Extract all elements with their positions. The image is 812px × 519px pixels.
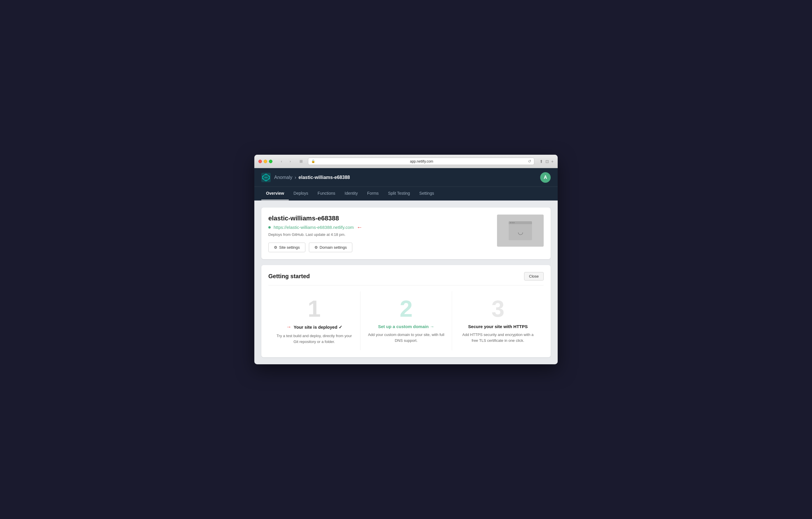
step-2: 2 Set up a custom domain → Add your cust… <box>360 291 452 350</box>
step-2-desc: Add your custom domain to your site, wit… <box>368 332 445 343</box>
traffic-lights <box>258 160 272 163</box>
netlify-logo-icon <box>261 173 271 182</box>
share-button[interactable]: ⬆ <box>540 159 543 164</box>
step-3-title: Secure your site with HTTPS <box>468 324 528 329</box>
app-container: Anomaly › elastic-williams-e68388 A Over… <box>254 168 558 364</box>
step-1-desc: Try a test build and deploy, directly fr… <box>276 333 353 345</box>
lock-icon: 🔒 <box>311 159 315 163</box>
step-1: 1 → Your site is deployed ✓ Try a test b… <box>268 291 360 350</box>
browser-window: ‹ › ⊞ 🔒 app.netlify.com ↺ ⬆ ⊡ + <box>254 155 558 364</box>
nav-buttons: ‹ › <box>278 159 294 164</box>
close-getting-started-button[interactable]: Close <box>524 272 544 280</box>
browser-titlebar: ‹ › ⊞ 🔒 app.netlify.com ↺ ⬆ ⊡ + <box>254 155 558 168</box>
user-avatar[interactable]: A <box>540 172 551 183</box>
preview-browser-icon: ◡ <box>509 221 532 240</box>
step-2-title-row: Set up a custom domain → <box>368 324 445 329</box>
step-3-number: 3 <box>459 297 536 321</box>
new-tab-button[interactable]: + <box>551 159 554 164</box>
preview-smile-icon: ◡ <box>518 228 523 236</box>
step-2-title[interactable]: Set up a custom domain → <box>378 324 434 329</box>
step-1-title-row: → Your site is deployed ✓ <box>276 324 353 330</box>
step-1-title: Your site is deployed ✓ <box>294 325 342 330</box>
site-url-row: https://elastic-williams-e68388.netlify.… <box>268 224 491 230</box>
site-card-title: elastic-williams-e68388 <box>268 215 491 222</box>
breadcrumb: Anomaly › elastic-williams-e68388 <box>274 175 350 180</box>
address-bar[interactable]: 🔒 app.netlify.com ↺ <box>308 158 534 165</box>
preview-dot-2 <box>512 222 513 223</box>
nav-item-identity[interactable]: Identity <box>340 187 362 200</box>
reload-button[interactable]: ↺ <box>528 159 531 163</box>
tab-button[interactable]: ⊞ <box>297 159 305 164</box>
gear-icon: ⚙ <box>274 245 278 250</box>
top-nav: Anomaly › elastic-williams-e68388 A <box>254 168 558 187</box>
close-button[interactable] <box>258 160 262 163</box>
preview-browser-top <box>509 221 532 224</box>
nav-item-forms[interactable]: Forms <box>362 187 383 200</box>
address-text: app.netlify.com <box>317 159 526 163</box>
site-card-left: elastic-williams-e68388 https://elastic-… <box>268 215 491 252</box>
step-2-number: 2 <box>368 297 445 321</box>
site-meta: Deploys from GitHub. Last update at 4:18… <box>268 233 491 237</box>
preview-browser-body: ◡ <box>509 224 532 240</box>
fullscreen-button[interactable]: ⊡ <box>545 159 549 164</box>
breadcrumb-sep: › <box>295 175 296 180</box>
nav-item-split-testing[interactable]: Split Testing <box>383 187 414 200</box>
getting-started-card: Getting started Close 1 → Your site is d… <box>261 265 551 357</box>
site-status-dot <box>268 226 271 228</box>
back-button[interactable]: ‹ <box>278 159 285 164</box>
step-1-arrow: → <box>286 324 291 330</box>
maximize-button[interactable] <box>269 160 272 163</box>
domain-settings-label: Domain settings <box>320 245 347 250</box>
domain-gear-icon: ⚙ <box>314 245 318 250</box>
browser-actions: ⬆ ⊡ + <box>540 159 554 164</box>
nav-item-settings[interactable]: Settings <box>415 187 439 200</box>
nav-left: Anomaly › elastic-williams-e68388 <box>261 173 350 182</box>
site-settings-button[interactable]: ⚙ Site settings <box>268 243 306 252</box>
site-actions: ⚙ Site settings ⚙ Domain settings <box>268 243 491 252</box>
step-3-desc: Add HTTPS security and encryption with a… <box>459 332 536 343</box>
step-3-title-row: Secure your site with HTTPS <box>459 324 536 329</box>
step-3: 3 Secure your site with HTTPS Add HTTPS … <box>452 291 544 350</box>
site-settings-label: Site settings <box>279 245 300 250</box>
step-1-number: 1 <box>276 297 353 321</box>
getting-started-header: Getting started Close <box>268 272 544 285</box>
preview-dot-3 <box>513 222 515 223</box>
main-content: elastic-williams-e68388 https://elastic-… <box>254 200 558 364</box>
steps-grid: 1 → Your site is deployed ✓ Try a test b… <box>268 291 544 350</box>
org-name[interactable]: Anomaly <box>274 175 292 180</box>
site-name[interactable]: elastic-williams-e68388 <box>299 175 350 180</box>
nav-item-functions[interactable]: Functions <box>313 187 340 200</box>
nav-item-deploys[interactable]: Deploys <box>289 187 313 200</box>
getting-started-title: Getting started <box>268 273 310 280</box>
sub-nav: Overview Deploys Functions Identity Form… <box>254 187 558 200</box>
site-card: elastic-williams-e68388 https://elastic-… <box>261 208 551 259</box>
url-arrow-indicator: ← <box>357 224 362 230</box>
minimize-button[interactable] <box>264 160 267 163</box>
site-preview: ◡ <box>497 215 544 247</box>
forward-button[interactable]: › <box>286 159 294 164</box>
preview-dot-1 <box>510 222 511 223</box>
domain-settings-button[interactable]: ⚙ Domain settings <box>309 243 352 252</box>
nav-item-overview[interactable]: Overview <box>261 187 289 200</box>
site-url-link[interactable]: https://elastic-williams-e68388.netlify.… <box>273 225 354 230</box>
